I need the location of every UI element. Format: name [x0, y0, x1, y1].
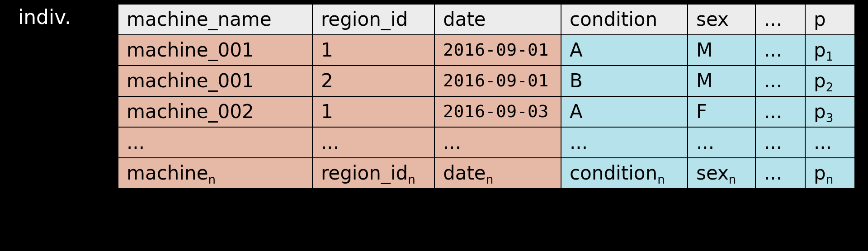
col-condition: condition: [561, 4, 688, 35]
cell-region-id: 2: [312, 66, 434, 96]
table-row: machine_001 1 2016-09-01 A M ... p1: [118, 35, 855, 66]
cell-machine-name: machinen: [118, 158, 312, 189]
col-date: date: [434, 4, 561, 35]
cell-region-id: ...: [312, 127, 434, 158]
cell-condition: B: [561, 66, 688, 96]
cell-sex: sexn: [688, 158, 755, 189]
cell-date: 2016-09-01: [434, 66, 561, 96]
data-table: machine_name region_id date condition se…: [118, 4, 855, 189]
table-row: machine_002 1 2016-09-03 A F ... p3: [118, 96, 855, 127]
cell-condition: ...: [561, 127, 688, 158]
cell-machine-name: ...: [118, 127, 312, 158]
cell-dots: ...: [755, 127, 805, 158]
col-region-id: region_id: [312, 4, 434, 35]
table-row: ... ... ... ... ... ... ...: [118, 127, 855, 158]
cell-machine-name: machine_002: [118, 96, 312, 127]
cell-machine-name: machine_001: [118, 66, 312, 96]
cell-dots: ...: [755, 158, 805, 189]
table-row: machinen region_idn daten conditionn sex…: [118, 158, 855, 189]
cell-condition: conditionn: [561, 158, 688, 189]
cell-dots: ...: [755, 96, 805, 127]
col-sex: sex: [688, 4, 755, 35]
cell-sex: ...: [688, 127, 755, 158]
cell-p: p1: [805, 35, 855, 66]
cell-p: p3: [805, 96, 855, 127]
cell-condition: A: [561, 96, 688, 127]
cell-region-id: 1: [312, 35, 434, 66]
cell-date: daten: [434, 158, 561, 189]
cell-p: ...: [805, 127, 855, 158]
col-p: p: [805, 4, 855, 35]
cell-p: p2: [805, 66, 855, 96]
cell-dots: ...: [755, 66, 805, 96]
table-header-row: machine_name region_id date condition se…: [118, 4, 855, 35]
cell-sex: M: [688, 66, 755, 96]
col-dots: ...: [755, 4, 805, 35]
col-machine-name: machine_name: [118, 4, 312, 35]
cell-date: ...: [434, 127, 561, 158]
cell-condition: A: [561, 35, 688, 66]
cell-date: 2016-09-01: [434, 35, 561, 66]
cell-region-id: region_idn: [312, 158, 434, 189]
cell-date: 2016-09-03: [434, 96, 561, 127]
cell-sex: M: [688, 35, 755, 66]
cell-dots: ...: [755, 35, 805, 66]
indiv-label: indiv.: [18, 5, 71, 28]
table-row: machine_001 2 2016-09-01 B M ... p2: [118, 66, 855, 96]
cell-sex: F: [688, 96, 755, 127]
cell-p: pn: [805, 158, 855, 189]
cell-region-id: 1: [312, 96, 434, 127]
cell-machine-name: machine_001: [118, 35, 312, 66]
